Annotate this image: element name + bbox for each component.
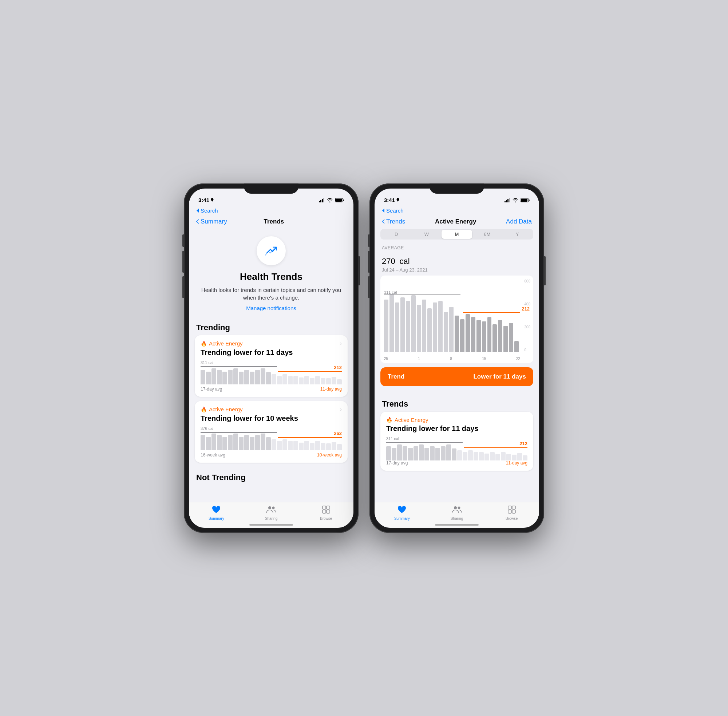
segment-y[interactable]: Y bbox=[502, 230, 532, 239]
big-chart-new-line bbox=[463, 312, 520, 312]
mini-bars-1 bbox=[200, 368, 342, 384]
mini-bars-2 bbox=[200, 434, 342, 450]
segment-m[interactable]: M bbox=[441, 230, 472, 239]
volume-down-button-2[interactable] bbox=[368, 276, 370, 298]
manage-notifications-link[interactable]: Manage notifications bbox=[246, 305, 296, 311]
trend-card-detail[interactable]: 🔥 Active Energy Trending lower for 11 da… bbox=[381, 412, 533, 471]
phone-2: 3:41 bbox=[370, 184, 544, 533]
old-avg-label-1: 17-day avg bbox=[200, 387, 222, 392]
back-label: Summary bbox=[200, 218, 227, 225]
search-back-button[interactable]: Search bbox=[196, 208, 346, 214]
svg-rect-0 bbox=[319, 201, 320, 202]
svg-rect-8 bbox=[323, 506, 326, 509]
svg-point-18 bbox=[454, 506, 457, 509]
tab-browse-2[interactable]: Browse bbox=[484, 505, 539, 520]
svg-rect-20 bbox=[508, 506, 511, 509]
status-icons bbox=[319, 198, 344, 202]
mini-chart-2: 376 cal 262 bbox=[200, 426, 342, 450]
volume-up-button[interactable] bbox=[182, 251, 184, 273]
old-cal-label-detail: 311 cal bbox=[386, 437, 399, 441]
avg-section: AVERAGE 270 cal Jul 24 – Aug 23, 2021 bbox=[375, 244, 539, 276]
big-chart-new-label: 212 bbox=[522, 306, 529, 312]
trend-banner-right: Lower for 11 days bbox=[473, 373, 526, 381]
wifi-icon-2 bbox=[513, 198, 518, 202]
metric-name-2: 🔥 Active Energy bbox=[200, 406, 243, 413]
power-button-2[interactable] bbox=[544, 256, 546, 285]
bottom-spacer-2 bbox=[375, 478, 539, 485]
search-nav-2: Search bbox=[375, 207, 539, 217]
signal-icon bbox=[319, 198, 325, 202]
x-label-22: 22 bbox=[516, 357, 520, 361]
volume-up-button-2[interactable] bbox=[368, 251, 370, 273]
wifi-icon bbox=[327, 198, 333, 202]
bottom-spacer bbox=[189, 485, 353, 493]
svg-rect-2 bbox=[322, 199, 323, 202]
tab-sharing[interactable]: Sharing bbox=[244, 505, 299, 520]
svg-rect-12 bbox=[505, 201, 506, 202]
avg-label: AVERAGE bbox=[382, 245, 532, 250]
chevron-left-icon bbox=[196, 208, 199, 213]
trend-card-2[interactable]: 🔥 Active Energy › Trending lower for 10 … bbox=[195, 401, 347, 463]
notch bbox=[244, 184, 299, 194]
trend-banner: Trend Lower for 11 days bbox=[381, 367, 533, 386]
tab-summary-2[interactable]: Summary bbox=[375, 505, 429, 520]
bottom-trends-section: Trends 🔥 Active Energy Trending lower fo… bbox=[375, 391, 539, 478]
segment-6m[interactable]: 6M bbox=[472, 230, 502, 239]
grid-icon-2 bbox=[507, 505, 516, 516]
metric-label-detail: Active Energy bbox=[394, 417, 428, 423]
add-data-button[interactable]: Add Data bbox=[506, 218, 532, 225]
trend-desc-detail: Trending lower for 11 days bbox=[386, 425, 528, 433]
new-avg-label-1: 11-day avg bbox=[320, 387, 342, 392]
search-nav: Search bbox=[189, 207, 353, 217]
svg-rect-23 bbox=[512, 510, 516, 513]
search-label: Search bbox=[200, 208, 218, 214]
trend-card-1[interactable]: 🔥 Active Energy › Trending lower for 11 … bbox=[195, 335, 347, 397]
volume-down-button[interactable] bbox=[182, 276, 184, 298]
avg-value: 270 cal bbox=[382, 250, 532, 267]
metric-name-detail: 🔥 Active Energy bbox=[386, 417, 428, 423]
mute-button-2[interactable] bbox=[368, 234, 370, 247]
search-back-button-2[interactable]: Search bbox=[382, 208, 532, 214]
y-label-200: 200 bbox=[524, 325, 530, 329]
back-button[interactable]: Summary bbox=[196, 218, 227, 225]
old-avg-line-1 bbox=[200, 366, 277, 367]
tab-sharing-2[interactable]: Sharing bbox=[429, 505, 484, 520]
tab-sharing-label: Sharing bbox=[265, 517, 278, 520]
tab-browse-label: Browse bbox=[320, 517, 332, 520]
old-avg-label-2: 16-week avg bbox=[200, 452, 225, 458]
y-label-600: 600 bbox=[524, 279, 530, 283]
x-label-1: 1 bbox=[418, 357, 420, 361]
flame-icon-1: 🔥 bbox=[200, 341, 207, 347]
power-button[interactable] bbox=[358, 256, 360, 285]
hero-icon bbox=[256, 236, 286, 265]
tab-summary-label: Summary bbox=[209, 517, 224, 520]
chevron-left-icon bbox=[196, 219, 199, 224]
nav-bar: Summary Trends bbox=[189, 217, 353, 229]
home-indicator bbox=[249, 524, 293, 526]
status-time-2: 3:41 bbox=[384, 197, 400, 203]
trend-desc-2: Trending lower for 10 weeks bbox=[200, 414, 342, 423]
tab-summary[interactable]: Summary bbox=[189, 505, 244, 520]
new-avg-label-2: 10-week avg bbox=[317, 452, 342, 458]
phone-1: 3:41 bbox=[184, 184, 358, 533]
y-axis-labels: 600 400 200 0 bbox=[524, 279, 530, 352]
back-button-2[interactable]: Trends bbox=[382, 218, 405, 225]
x-label-8: 8 bbox=[450, 357, 452, 361]
segment-d[interactable]: D bbox=[381, 230, 411, 239]
metric-label-1: Active Energy bbox=[209, 340, 243, 347]
segment-control: D W M 6M Y bbox=[381, 229, 533, 240]
heart-icon-2 bbox=[397, 505, 406, 516]
scroll-content-2[interactable]: D W M 6M Y AVERAGE 270 cal Jul 24 – Aug … bbox=[375, 229, 539, 502]
tab-browse-label-2: Browse bbox=[506, 517, 517, 520]
chevron-left-icon-3 bbox=[382, 219, 385, 224]
svg-rect-14 bbox=[507, 199, 508, 202]
tab-browse[interactable]: Browse bbox=[299, 505, 353, 520]
battery-icon-2 bbox=[520, 198, 529, 202]
old-avg-label-detail: 17-day avg bbox=[386, 460, 408, 466]
mute-button[interactable] bbox=[182, 234, 184, 247]
scroll-content[interactable]: Health Trends Health looks for trends in… bbox=[189, 229, 353, 502]
avg-range: Jul 24 – Aug 23, 2021 bbox=[382, 267, 532, 273]
svg-rect-1 bbox=[320, 200, 322, 202]
segment-w[interactable]: W bbox=[411, 230, 441, 239]
location-icon bbox=[211, 198, 214, 202]
